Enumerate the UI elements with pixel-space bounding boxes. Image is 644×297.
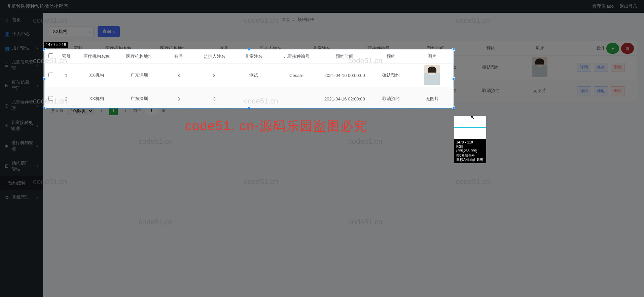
magnifier-rgb: RGB:(255,255,255) [456,144,484,153]
magnifier-hint2: 鼠标右键自由截图 [456,158,484,162]
magnifier-hint1: 按c复制色号 [456,153,484,158]
selection-size-label: 1479 × 218 [44,42,68,48]
watermark: code51.cn [244,97,278,105]
cursor-icon: ↖ [470,114,475,121]
magnifier-info: 1479 x 218 RGB:(255,255,255) 按c复制色号 鼠标右键… [454,139,486,163]
watermark: code51.cn [348,56,383,65]
magnifier-dim: 1479 x 218 [456,140,484,144]
watermark: code51.cn [33,56,67,65]
watermark-red: code51. cn-源码乐园盗图必究 [185,118,367,135]
color-picker-magnifier: 1479 x 218 RGB:(255,255,255) 按c复制色号 鼠标右键… [454,116,486,163]
watermark: code51.cn [33,97,67,105]
screenshot-dim-overlay [0,0,644,297]
